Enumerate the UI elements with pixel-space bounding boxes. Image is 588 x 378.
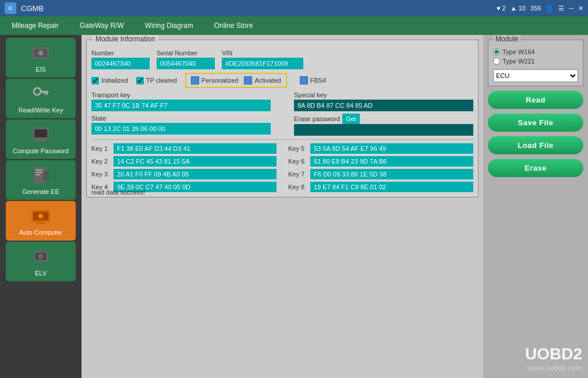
key-row-6: Key 7 F6 D0 09 33 86 1E 5D 38 (288, 169, 473, 179)
left-data-column: Transport key 35 47 F7 0C 1B 74 AF F7 St… (91, 91, 271, 136)
state-label: State (91, 115, 271, 122)
key-value-2[interactable]: 20 A1 F0 FF 09 4B A0 05 (114, 169, 277, 179)
transport-key-value[interactable]: 35 47 F7 0C 1B 74 AF F7 (91, 100, 271, 111)
sidebar-item-elv[interactable]: ELV (6, 242, 76, 281)
activated-checkbox[interactable] (244, 76, 252, 84)
serial-value[interactable]: 0054467040 (157, 58, 215, 69)
compute-icon (30, 124, 51, 145)
svg-rect-14 (36, 174, 40, 175)
eis-icon (30, 43, 51, 63)
auto-computer-icon (30, 206, 51, 227)
right-panel: Module Type W164 Type W221 ECU Read Save… (483, 35, 588, 378)
number-value[interactable]: 0024467340 (91, 58, 150, 69)
key-row-5: Key 6 61 80 E8 B4 23 9D 7A B6 (288, 156, 473, 167)
key-value-5[interactable]: 61 80 E8 B4 23 9D 7A B6 (310, 156, 473, 167)
type-w221-radio[interactable] (493, 58, 500, 65)
fbs4-checkbox-item[interactable]: FBS4 (300, 76, 327, 84)
type-w164-label: Type W164 (502, 48, 535, 55)
svg-rect-8 (34, 129, 47, 137)
nav-online-store[interactable]: Online Store (210, 19, 258, 32)
get-button[interactable]: Get (342, 114, 360, 124)
watermark-main: UOBD2 (525, 345, 582, 363)
key-icon (30, 83, 51, 104)
key-value-4[interactable]: 53 5A 8D 54 AF E7 96 49 (310, 143, 473, 154)
erase-password-value[interactable] (294, 124, 473, 136)
personalized-box: Personalized Activated (185, 73, 287, 88)
status-bar: read data success! (91, 189, 145, 196)
right-data-column: Special key 8A 8D B4 87 CC 84 85 AD Eras… (294, 91, 473, 136)
sidebar-item-read-write-key[interactable]: Read/Write Key (6, 79, 76, 118)
activated-label: Activated (254, 77, 281, 84)
type-w164-radio[interactable] (493, 48, 500, 55)
svg-point-2 (38, 51, 43, 55)
menu-icon[interactable]: ☰ (558, 5, 564, 12)
key-value-6[interactable]: F6 D0 09 33 86 1E 5D 38 (310, 169, 473, 179)
generate-icon (30, 165, 51, 186)
sidebar-eis-label: EIS (36, 66, 46, 73)
activated-checkbox-item[interactable]: Activated (244, 76, 281, 84)
ecu-select[interactable]: ECU (493, 69, 578, 82)
personalized-label: Personalized (201, 77, 239, 84)
state-value[interactable]: 00 13 2C 01 39 06 00 00 (91, 123, 271, 135)
svg-rect-4 (40, 91, 48, 93)
sidebar-item-generate-ee[interactable]: Generate EE (6, 160, 76, 200)
svg-point-17 (38, 214, 43, 218)
svg-rect-18 (36, 222, 45, 224)
initialized-checkbox[interactable] (91, 77, 99, 84)
sidebar-auto-computer-label: Auto Computer (19, 229, 62, 236)
key-label-7: Key 8 (288, 183, 307, 190)
number-field-group: Number 0024467340 (91, 50, 150, 69)
fbs4-checkbox[interactable] (300, 76, 308, 84)
key-value-7[interactable]: 19 E7 84 F1 C9 8E 01 02 (310, 182, 473, 192)
sidebar-elv-label: ELV (35, 270, 47, 277)
app-title: CGMB (21, 4, 497, 13)
minimize-button[interactable]: ─ (569, 5, 573, 12)
key-row-2: Key 3 20 A1 F0 FF 09 4B A0 05 (91, 169, 277, 179)
nav-wiring-diagram[interactable]: Wiring Diagram (140, 19, 198, 32)
erase-password-label: Erase password (294, 115, 340, 122)
sidebar-item-auto-computer[interactable]: Auto Computer (6, 201, 76, 241)
personalized-checkbox-item[interactable]: Personalized (191, 76, 239, 84)
type-w164-radio-item[interactable]: Type W164 (493, 48, 578, 55)
vin-label: VIN (222, 50, 303, 56)
vin-field-group: VIN #DE2093561F171009 (222, 50, 303, 69)
center-panel: Module Information Number 0024467340 Ser… (82, 35, 483, 378)
personalized-checkbox[interactable] (191, 76, 199, 84)
wifi-icon: ▲ 10 (511, 5, 526, 12)
save-file-button[interactable]: Save File (488, 114, 583, 132)
tp-cleared-checkbox-item[interactable]: TP cleared (136, 77, 177, 84)
special-key-value[interactable]: 8A 8D B4 87 CC 84 85 AD (294, 100, 473, 111)
keys-grid: Key 1 F1 38 E0 AF D3 44 D3 41 Key 5 53 5… (91, 143, 473, 192)
module-info-title: Module Information (93, 35, 158, 43)
nav-gateway-rw[interactable]: GateWay R/W (75, 19, 129, 32)
close-button[interactable]: ✕ (578, 5, 583, 12)
title-bar-controls: ♥ 2 ▲ 10 359 👤 ☰ ─ ✕ (497, 5, 583, 12)
module-box-title: Module (493, 35, 520, 43)
read-button[interactable]: Read (488, 91, 583, 109)
load-file-button[interactable]: Load File (488, 136, 583, 154)
tp-cleared-label: TP cleared (146, 77, 177, 84)
vin-value[interactable]: #DE2093561F171009 (222, 58, 303, 69)
battery-icon: ♥ 2 (497, 5, 506, 12)
key-label-2: Key 3 (91, 171, 110, 178)
nav-mileage-repair[interactable]: Mileage Repair (7, 19, 63, 32)
initialized-label: Initialized (101, 77, 128, 84)
divider (91, 139, 473, 140)
key-label-4: Key 5 (288, 145, 307, 152)
key-value-0[interactable]: F1 38 E0 AF D3 44 D3 41 (114, 143, 277, 154)
erase-button[interactable]: Erase (488, 159, 583, 177)
key-label-1: Key 2 (91, 158, 110, 165)
tp-cleared-checkbox[interactable] (136, 77, 144, 84)
type-w221-label: Type W221 (502, 58, 535, 65)
title-bar: C CGMB ♥ 2 ▲ 10 359 👤 ☰ ─ ✕ (0, 0, 588, 16)
svg-rect-11 (43, 171, 49, 180)
key-row-1: Key 2 14 C2 FC 45 43 81 15 5A (91, 156, 277, 167)
sidebar-item-compute-password[interactable]: Compute Password (6, 119, 76, 159)
type-w221-radio-item[interactable]: Type W221 (493, 58, 578, 65)
initialized-checkbox-item[interactable]: Initialized (91, 77, 128, 84)
transport-key-label: Transport key (91, 91, 271, 98)
sidebar-item-eis[interactable]: EIS (6, 38, 76, 77)
key-label-5: Key 6 (288, 158, 307, 165)
special-key-label: Special key (294, 91, 473, 98)
key-value-1[interactable]: 14 C2 FC 45 43 81 15 5A (114, 156, 277, 167)
